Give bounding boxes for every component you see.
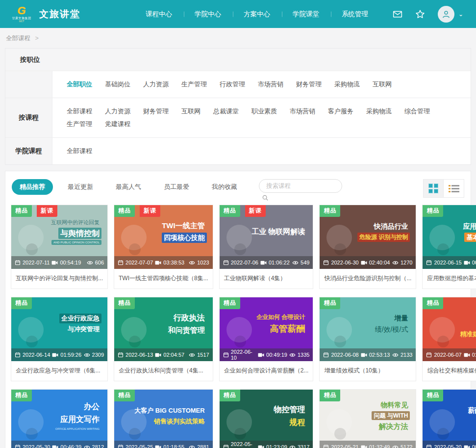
filter-option-0-5[interactable]: 市场营销: [258, 80, 283, 89]
thumb-line-2: 基本原则与技巧: [464, 233, 476, 242]
course-date: 2022-06-07: [434, 352, 461, 358]
course-card-14[interactable]: 精品 物料常见问题 与WITH解决方法 2022-05-21 01:32:49: [319, 389, 416, 448]
course-date: 2022-05-23: [231, 441, 256, 448]
nav-item-4[interactable]: 学院课堂: [282, 8, 330, 21]
nav-item-5[interactable]: 系统管理: [331, 8, 379, 21]
filter-option-0-7[interactable]: 采购物流: [334, 80, 360, 89]
calendar-icon: [323, 352, 329, 358]
filter-option-1-11[interactable]: 党建课程: [105, 120, 130, 129]
view-count: 5172: [401, 444, 412, 448]
course-card-12[interactable]: 精品 大客户 BIG CUSTOMER销售谈判实战策略 2022-05-25 0…: [114, 389, 213, 448]
filter-option-1-2[interactable]: 财务管理: [143, 107, 169, 116]
badge-row: 精品: [423, 390, 443, 401]
course-title: 互联网中的评论回复与舆情控制...: [11, 269, 107, 289]
list-view-button[interactable]: [444, 180, 464, 197]
breadcrumb-current[interactable]: 全部课程: [6, 35, 30, 42]
sort-toolbar: 精品推荐最近更新最高人气员工最爱我的收藏: [11, 178, 465, 198]
filter-option-1-6[interactable]: 市场营销: [290, 107, 315, 116]
calendar-icon: [15, 352, 21, 358]
course-meta: 2022-06-15 00:53:13 1990: [423, 256, 476, 269]
filter-option-2-0[interactable]: 全部课程: [67, 147, 92, 156]
badge-row: 精品: [11, 297, 32, 309]
thumb-line-2: 绩/效/模/式: [373, 324, 410, 335]
course-card-5[interactable]: 精品 应用数据思维的基本原则与技巧 2022-06-15 00:53:13: [422, 205, 476, 289]
chevron-down-icon: ⌄: [458, 11, 463, 18]
course-date: 2022-07-11: [23, 260, 50, 265]
filter-option-0-4[interactable]: 行政管理: [220, 80, 245, 89]
filter-option-0-6[interactable]: 财务管理: [296, 80, 322, 89]
filter-option-1-3[interactable]: 互联网: [181, 107, 200, 116]
nav-item-1[interactable]: 课程中心: [135, 8, 183, 21]
badge-row: 精品: [220, 297, 240, 309]
course-card-7[interactable]: 精品 行政执法和问责管理 2022-06-13 02:04:57: [114, 297, 213, 381]
course-duration: 00:49:19: [266, 352, 287, 358]
view-count: 1023: [197, 260, 209, 265]
nav-item-2[interactable]: 学院中心: [184, 8, 232, 21]
course-meta: 2022-06-30 02:40:04 1270: [320, 256, 416, 269]
course-card-3[interactable]: 精品新课 工业 物联网解读 2022-07-06 01:06:22: [219, 205, 314, 289]
grid-view-button[interactable]: [424, 180, 444, 197]
filter-option-0-0[interactable]: 全部职位: [67, 80, 92, 89]
thumb-line-1: 薪酬 十大死局: [466, 405, 476, 416]
course-date: 2022-06-08: [331, 352, 358, 358]
course-card-4[interactable]: 精品 快消品行业危险源 识别与控制 2022-06-30 02:40:04: [319, 205, 416, 289]
course-card-8[interactable]: 精品 企业如何 合理设计高管薪酬 2022-06-10 00:49:19: [219, 297, 314, 381]
filter-option-1-8[interactable]: 采购物流: [366, 107, 392, 116]
filter-option-0-3[interactable]: 生产管理: [181, 80, 207, 89]
sort-tab-4[interactable]: 员工最爱: [156, 179, 197, 195]
sort-tab-5[interactable]: 我的收藏: [204, 179, 245, 195]
calendar-icon: [323, 444, 329, 448]
filter-option-1-9[interactable]: 综合管理: [404, 107, 430, 116]
filter-option-0-2[interactable]: 人力资源: [143, 80, 169, 89]
filter-option-1-1[interactable]: 人力资源: [105, 107, 130, 116]
filter-option-1-0[interactable]: 全部课程: [67, 107, 92, 116]
sort-tab-2[interactable]: 最近更新: [60, 179, 101, 195]
course-card-13[interactable]: 精品 物控管理规程 2022-05-23 01:23:09: [219, 389, 314, 448]
view-count: 606: [95, 260, 104, 265]
calendar-icon: [223, 444, 229, 448]
view-count: 2881: [197, 444, 209, 448]
view-count: 2133: [401, 352, 412, 358]
user-menu[interactable]: ⌄: [438, 6, 463, 23]
filter-panel: 按职位 全部职位基础岗位人力资源生产管理行政管理市场营销财务管理采购物流互联网 …: [5, 48, 471, 165]
video-icon: [155, 445, 161, 448]
course-card-9[interactable]: 精品 增量绩/效/模/式 2022-06-08 02:53:13: [319, 297, 416, 381]
search-icon[interactable]: [262, 194, 269, 201]
course-card-10[interactable]: 精品 像网红一样火综合社交和精准媒体营销策划 2022-06-07 01:21:…: [422, 297, 476, 381]
filter-option-0-1[interactable]: 基础岗位: [105, 80, 130, 89]
filter-row-college: 学院课程 全部课程: [5, 138, 471, 164]
filter-option-1-4[interactable]: 总裁课堂: [213, 107, 239, 116]
filter-option-1-10[interactable]: 生产管理: [67, 120, 92, 129]
course-meta: 2022-05-25 01:18:55 2881: [114, 441, 213, 448]
view-count: 2812: [92, 444, 104, 448]
search-input[interactable]: [259, 179, 342, 193]
course-card-15[interactable]: 精品 薪酬 十大死局及破解方法 2022-05-20 00:54:34: [422, 389, 476, 448]
course-card-11[interactable]: 精品 办公应用文写作OFFICE APPLICATION WRITING 202…: [11, 389, 108, 448]
mail-icon[interactable]: [393, 9, 402, 19]
badge-精品: 精品: [114, 390, 135, 401]
badge-新课: 新课: [140, 205, 160, 217]
badge-精品: 精品: [320, 205, 340, 217]
star-icon[interactable]: [415, 9, 425, 19]
course-card-2[interactable]: 精品新课 TWI一线主管四项核心技能 2022-07-07 03:38:53: [114, 205, 213, 289]
nav-item-3[interactable]: 方案中心: [233, 8, 281, 21]
list-icon: [449, 185, 459, 192]
thumb-line-2: 销售谈判实战策略: [152, 417, 207, 426]
badge-精品: 精品: [220, 297, 240, 309]
calendar-icon: [426, 260, 432, 265]
course-duration: 00:54:19: [60, 260, 81, 265]
course-card-1[interactable]: 精品新课 互联网中的评论回复与舆情控制AND PUBLIC OPINION CO…: [11, 205, 108, 289]
course-duration: 01:06:22: [269, 260, 290, 265]
course-title: 快消品行业危险源识别与控制（...: [320, 269, 416, 289]
filter-option-0-8[interactable]: 互联网: [373, 80, 392, 89]
brand-logo[interactable]: G 甘肃文旅集团 GCT: [9, 5, 34, 23]
eye-icon: [292, 260, 299, 265]
views-group: 1270: [392, 260, 412, 265]
filter-option-1-7[interactable]: 客户服务: [328, 107, 353, 116]
filter-option-1-5[interactable]: 职业素质: [251, 107, 277, 116]
course-date: 2022-06-14: [23, 352, 50, 358]
sort-tab-1[interactable]: 精品推荐: [12, 179, 53, 195]
views-group: 1335: [289, 352, 309, 358]
sort-tab-3[interactable]: 最高人气: [108, 179, 149, 195]
course-card-6[interactable]: 精品 企业行政应急与冲突管理 2022-06-14 01:59:26: [11, 297, 108, 381]
